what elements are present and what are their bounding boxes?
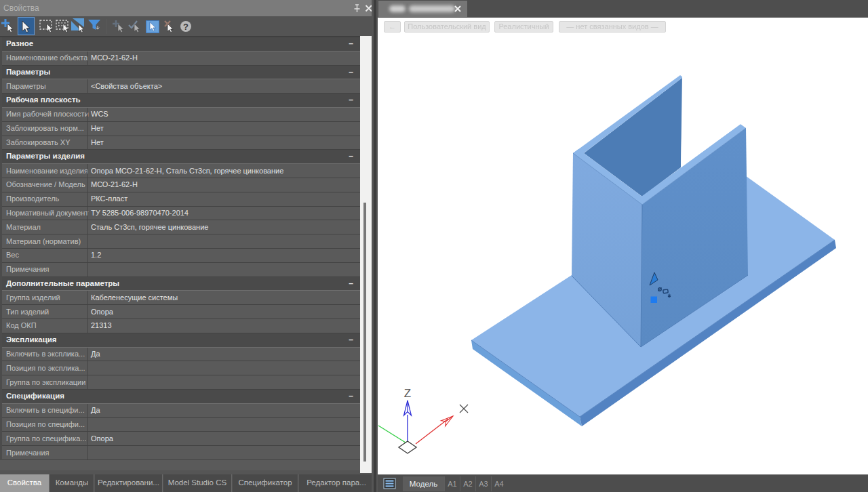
svg-text:Z: Z — [404, 387, 411, 400]
svg-text:?: ? — [183, 22, 189, 32]
